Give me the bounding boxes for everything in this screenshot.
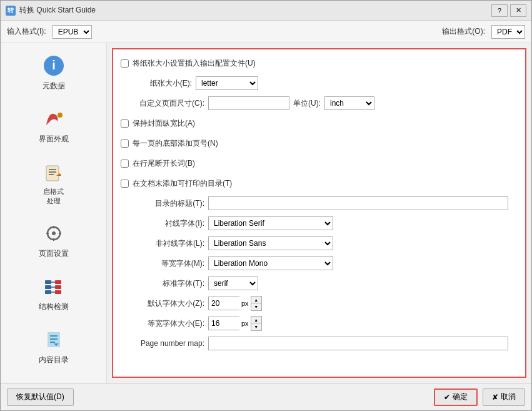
paper-size-select[interactable]: letter A4 A5: [196, 76, 258, 90]
sidebar-item-toc[interactable]: 内容目录: [3, 321, 104, 372]
input-format-select[interactable]: EPUB: [53, 25, 92, 39]
mono-font-size-spinner-btns: ▲ ▼: [251, 316, 262, 331]
default-font-size-spinner-btns: ▲ ▼: [251, 296, 262, 311]
mono-font-size-input[interactable]: [208, 317, 239, 330]
app-icon: 转: [6, 6, 16, 16]
checkbox5-row: 在文档末添加可打印的目录(T): [121, 176, 518, 191]
std-font-label: 标准字体(T):: [121, 278, 208, 289]
checkbox4-row: 在行尾断开长词(B): [121, 156, 518, 171]
mono-font-size-unit: px: [241, 320, 249, 327]
sidebar-item-search[interactable]: 搜索 & 替换: [3, 374, 104, 383]
ok-checkmark-icon: ✔: [444, 393, 450, 402]
svg-rect-20: [55, 285, 61, 289]
svg-point-8: [52, 231, 56, 235]
svg-rect-15: [45, 290, 51, 294]
checkbox2-input[interactable]: [121, 119, 129, 128]
sidebar-item-appearance[interactable]: 界面外观: [3, 100, 104, 151]
input-format-label: 输入格式(I):: [7, 26, 46, 37]
mono-font-size-down[interactable]: ▼: [251, 323, 261, 330]
structure-icon: [41, 274, 66, 299]
unit-label: 单位(U):: [293, 98, 321, 109]
checkbox1-input[interactable]: [121, 59, 129, 68]
checkbox5-label: 在文档末添加可打印的目录(T): [133, 178, 232, 189]
std-font-select[interactable]: serif sans-serif monospace: [208, 277, 258, 290]
cancel-x-icon: ✘: [492, 393, 498, 402]
main-window: 转 转换 Quick Start Guide ? ✕ 输入格式(I): EPUB…: [0, 0, 532, 411]
cancel-label: 取消: [501, 392, 516, 402]
checkbox2-label: 保持封面纵宽比(A): [133, 118, 195, 129]
ok-button[interactable]: ✔ 确定: [434, 388, 478, 406]
mono-font-size-row: 等宽字体大小(E): px ▲ ▼: [121, 316, 518, 331]
mono-font-select[interactable]: Liberation Mono Courier New Consolas: [208, 256, 333, 270]
mono-font-size-spinner: px ▲ ▼: [208, 316, 262, 331]
appearance-icon: [41, 106, 66, 131]
metadata-label: 元数据: [43, 81, 65, 91]
serif-font-label: 衬线字体(I):: [121, 218, 208, 229]
default-font-size-spinner: px ▲ ▼: [208, 296, 262, 311]
default-font-size-up[interactable]: ▲: [251, 297, 261, 303]
std-font-row: 标准字体(T): serif sans-serif monospace: [121, 276, 518, 291]
toolbar: 输入格式(I): EPUB 输出格式(O): PDF: [1, 21, 531, 43]
page-number-map-label: Page number map:: [121, 339, 208, 348]
sans-font-select[interactable]: Liberation Sans Arial Helvetica: [208, 236, 333, 250]
metadata-icon: i: [41, 53, 66, 78]
help-button[interactable]: ?: [491, 4, 508, 17]
sans-font-row: 非衬线字体(L): Liberation Sans Arial Helvetic…: [121, 236, 518, 251]
toc-title-label: 目录的标题(T):: [121, 198, 208, 209]
checkbox3-row: 每一页的底部添加页号(N): [121, 136, 518, 151]
ok-label: 确定: [453, 392, 468, 402]
main-content: i 元数据 界面外观 启格式 处理 页面设置: [1, 43, 531, 383]
sidebar-item-page-settings[interactable]: 页面设置: [3, 215, 104, 265]
content-panel: 将纸张大小设置插入输出配置文件(U) 纸张大小(E): letter A4 A5…: [112, 48, 526, 378]
processing-label: 启格式 处理: [43, 187, 64, 206]
default-font-size-input[interactable]: [208, 297, 239, 310]
checkbox2-row: 保持封面纵宽比(A): [121, 116, 518, 131]
content-area: 将纸张大小设置插入输出配置文件(U) 纸张大小(E): letter A4 A5…: [107, 43, 531, 383]
window-title: 转换 Quick Start Guide: [19, 5, 491, 16]
custom-page-row: 自定义页面尺寸(C): 单位(U): inch cm mm: [121, 96, 518, 111]
appearance-label: 界面外观: [39, 134, 69, 145]
paper-size-row: 纸张大小(E): letter A4 A5: [121, 76, 518, 91]
structure-label: 结构检测: [39, 302, 69, 312]
default-font-size-unit: px: [241, 300, 249, 307]
mono-font-size-up[interactable]: ▲: [251, 317, 261, 323]
checkbox3-label: 每一页的底部添加页号(N): [133, 138, 218, 149]
svg-text:i: i: [52, 58, 56, 72]
bottom-bar: 恢复默认值(D) ✔ 确定 ✘ 取消: [1, 383, 531, 410]
close-button[interactable]: ✕: [510, 4, 526, 17]
checkbox4-label: 在行尾断开长词(B): [133, 158, 195, 169]
sidebar-item-processing[interactable]: 启格式 处理: [3, 153, 104, 212]
toolbar-right: 输出格式(O): PDF: [442, 25, 525, 39]
page-number-map-input[interactable]: [208, 337, 508, 350]
sidebar-item-metadata[interactable]: i 元数据: [3, 47, 104, 98]
paper-size-label: 纸张大小(E):: [121, 78, 196, 89]
default-font-size-down[interactable]: ▼: [251, 303, 261, 310]
toc-title-row: 目录的标题(T):: [121, 196, 518, 211]
mono-font-label: 等宽字体(M):: [121, 258, 208, 269]
svg-rect-19: [55, 280, 61, 284]
svg-point-2: [58, 113, 63, 118]
checkbox4-input[interactable]: [121, 160, 129, 168]
unit-select[interactable]: inch cm mm: [324, 96, 374, 110]
cancel-button[interactable]: ✘ 取消: [483, 388, 525, 406]
sidebar-item-structure[interactable]: 结构检测: [3, 268, 104, 318]
serif-font-select[interactable]: Liberation Serif Times New Roman Georgia: [208, 216, 333, 230]
title-bar: 转 转换 Quick Start Guide ? ✕: [1, 1, 531, 21]
sidebar: i 元数据 界面外观 启格式 处理 页面设置: [1, 43, 107, 383]
output-format-select[interactable]: PDF: [491, 25, 525, 39]
toc-title-input[interactable]: [208, 196, 508, 210]
page-number-map-row: Page number map:: [121, 336, 518, 351]
checkbox3-input[interactable]: [121, 140, 129, 148]
checkbox5-input[interactable]: [121, 180, 129, 188]
svg-rect-21: [55, 290, 61, 294]
mono-font-size-label: 等宽字体大小(E):: [121, 318, 208, 329]
checkbox1-row: 将纸张大小设置插入输出配置文件(U): [121, 56, 518, 71]
output-format-label: 输出格式(O):: [442, 26, 485, 37]
sans-font-label: 非衬线字体(L):: [121, 238, 208, 249]
restore-defaults-button[interactable]: 恢复默认值(D): [7, 388, 74, 406]
custom-page-input[interactable]: [208, 96, 289, 110]
svg-rect-13: [45, 280, 51, 284]
mono-font-row: 等宽字体(M): Liberation Mono Courier New Con…: [121, 256, 518, 271]
toc-icon: [41, 327, 66, 352]
default-font-size-row: 默认字体大小(Z): px ▲ ▼: [121, 296, 518, 311]
